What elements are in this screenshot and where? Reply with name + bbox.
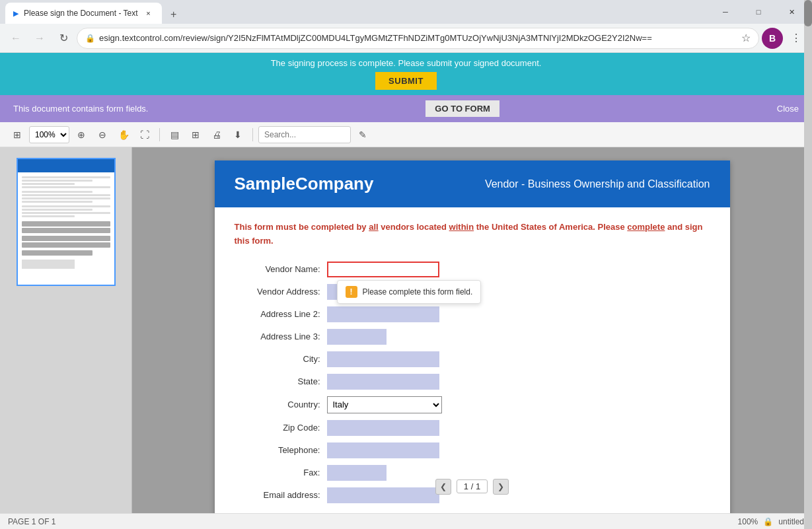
fit-page-button[interactable]: ⛶ xyxy=(135,125,154,144)
thumbnail-body xyxy=(18,172,114,271)
country-label: Country: xyxy=(235,400,327,409)
tab-close-button[interactable]: × xyxy=(143,8,154,18)
zoom-select[interactable]: 100% 50% 75% 125% 150% xyxy=(29,126,69,143)
signing-banner-text: The signing process is complete. Please … xyxy=(271,58,542,68)
prev-page-button[interactable]: ❮ xyxy=(435,479,451,495)
page-thumbnail-sidebar: 1 xyxy=(0,147,132,513)
annotation-button[interactable]: ✎ xyxy=(353,125,372,144)
url-text: esign.textcontrol.com/review/sign/Y2I5Nz… xyxy=(99,33,737,43)
single-page-button[interactable]: ▤ xyxy=(165,125,184,144)
vendor-address-label: Vendor Address: xyxy=(235,287,327,297)
thumbnail-line xyxy=(22,209,92,211)
thumbnail-line xyxy=(22,215,75,217)
thumbnail-line xyxy=(22,180,92,182)
form-row-zip-code: Zip Code: xyxy=(235,420,710,436)
city-label: City: xyxy=(235,354,327,364)
zoom-in-button[interactable]: ⊕ xyxy=(72,125,91,144)
zoom-out-button[interactable]: ⊖ xyxy=(93,125,112,144)
download-button[interactable]: ⬇ xyxy=(229,125,247,144)
content-area: 1 xyxy=(0,147,812,513)
address-line-3-input[interactable] xyxy=(327,329,387,345)
zip-code-label: Zip Code: xyxy=(235,423,327,433)
sidebar-toggle-button[interactable]: ⊞ xyxy=(8,125,26,144)
email-input[interactable] xyxy=(327,487,439,503)
page-info: PAGE 1 OF 1 xyxy=(8,517,55,526)
forward-button[interactable]: → xyxy=(29,28,50,49)
form-fields-text: This document contains form fields. xyxy=(13,104,148,114)
thumbnail-line xyxy=(22,183,75,185)
close-banner-link[interactable]: Close xyxy=(777,104,799,114)
scrollbar-track[interactable] xyxy=(804,147,812,513)
minimize-button[interactable]: ─ xyxy=(710,0,741,24)
document-toolbar: ⊞ 100% 50% 75% 125% 150% ⊕ ⊖ ✋ ⛶ ▤ ⊞ 🖨 ⬇… xyxy=(0,122,812,147)
thumbnail-line xyxy=(22,186,110,188)
form-row-address-line-2: Address Line 2: xyxy=(235,306,710,322)
thumbnail-content xyxy=(18,159,114,285)
pan-button[interactable]: ✋ xyxy=(114,125,133,144)
telephone-input[interactable] xyxy=(327,442,439,458)
country-select[interactable]: Italy United States United Kingdom Germa… xyxy=(327,396,442,413)
address-bar[interactable]: 🔒 esign.textcontrol.com/review/sign/Y2I5… xyxy=(77,28,759,49)
browser-title-bar: ▶ Please sign the Document - Text × + ─ … xyxy=(0,0,812,24)
validation-tooltip: ! Please complete this form field. xyxy=(337,280,482,304)
thumbnail-line xyxy=(22,212,110,214)
document-viewer: SampleCompany Vendor - Business Ownershi… xyxy=(132,147,812,513)
form-fields-banner: This document contains form fields. GO T… xyxy=(0,95,812,122)
go-to-form-button[interactable]: GO TO FORM xyxy=(425,100,499,117)
tab-favicon-icon: ▶ xyxy=(13,9,18,18)
page-counter: 1 / 1 xyxy=(457,480,488,494)
thumbnail-line xyxy=(22,228,110,233)
thumbnail-block xyxy=(22,260,75,269)
close-button[interactable]: ✕ xyxy=(776,0,807,24)
address-line-3-label: Address Line 3: xyxy=(235,332,327,341)
refresh-button[interactable]: ↻ xyxy=(53,28,74,49)
fax-input[interactable] xyxy=(327,465,387,481)
document-title: Vendor - Business Ownership and Classifi… xyxy=(485,178,710,190)
zip-code-input[interactable] xyxy=(327,420,439,436)
print-button[interactable]: 🖨 xyxy=(207,125,226,144)
vendor-name-input[interactable] xyxy=(327,262,439,277)
tab-bar: ▶ Please sign the Document - Text × + xyxy=(5,0,705,24)
vendor-name-label: Vendor Name: xyxy=(235,264,327,274)
status-bar: PAGE 1 OF 1 100% 🔒 untitled xyxy=(0,513,812,529)
toolbar-divider xyxy=(159,128,160,141)
thumbnail-line xyxy=(22,236,110,241)
lock-icon: 🔒 xyxy=(85,34,95,43)
form-intro-text: This form must be completed by all vendo… xyxy=(235,221,710,248)
thumbnail-line xyxy=(22,194,110,196)
company-name: SampleCompany xyxy=(235,174,374,194)
page-thumbnail-1[interactable]: 1 xyxy=(17,158,116,286)
grid-view-button[interactable]: ⊞ xyxy=(186,125,205,144)
back-button[interactable]: ← xyxy=(5,28,26,49)
new-tab-button[interactable]: + xyxy=(165,5,183,24)
tab-title: Please sign the Document - Text xyxy=(24,9,138,18)
tooltip-text: Please complete this form field. xyxy=(363,287,473,297)
form-row-state: State: xyxy=(235,374,710,390)
form-row-vendor-name: Vendor Name: ! Please complete this form… xyxy=(235,262,710,277)
state-input[interactable] xyxy=(327,374,439,390)
profile-button[interactable]: B xyxy=(762,28,783,49)
maximize-button[interactable]: □ xyxy=(743,0,774,24)
address-line-2-input[interactable] xyxy=(327,306,439,322)
next-page-button[interactable]: ❯ xyxy=(493,479,509,495)
submit-button[interactable]: SUBMIT xyxy=(375,72,437,90)
browser-tab[interactable]: ▶ Please sign the Document - Text × xyxy=(5,3,162,24)
thumbnail-line xyxy=(22,197,110,199)
thumbnail-line xyxy=(22,221,110,227)
city-input[interactable] xyxy=(327,351,439,367)
thumbnail-line xyxy=(22,191,92,193)
fax-label: Fax: xyxy=(235,468,327,477)
thumbnail-line xyxy=(22,250,92,256)
email-label: Email address: xyxy=(235,490,327,500)
state-label: State: xyxy=(235,376,327,386)
search-input[interactable] xyxy=(258,126,351,143)
zoom-level: 100% xyxy=(738,517,758,526)
telephone-label: Telephone: xyxy=(235,445,327,455)
status-right: 100% 🔒 untitled xyxy=(738,517,804,526)
form-row-country: Country: Italy United States United King… xyxy=(235,396,710,413)
lock-status-icon: 🔒 xyxy=(763,517,773,526)
bookmark-icon[interactable]: ☆ xyxy=(741,32,751,44)
document-body: This form must be completed by all vendo… xyxy=(215,207,730,513)
signing-banner: The signing process is complete. Please … xyxy=(0,53,812,95)
warning-icon: ! xyxy=(346,286,357,298)
